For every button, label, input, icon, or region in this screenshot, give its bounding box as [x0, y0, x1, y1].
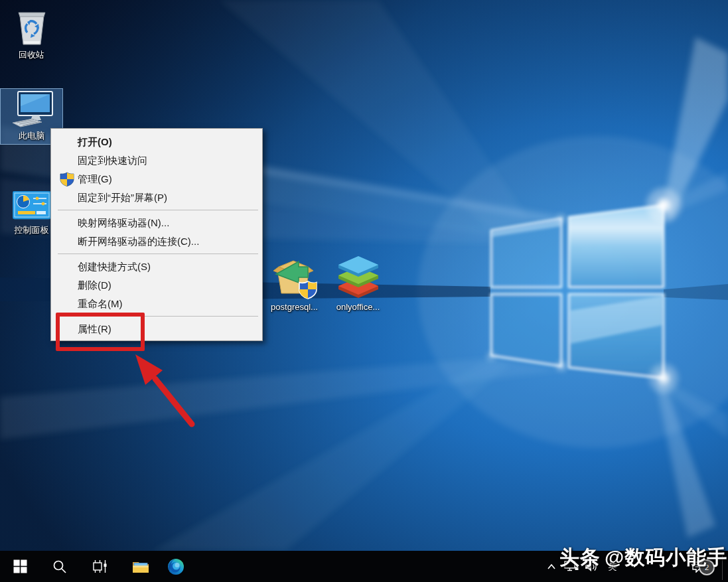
desktop-icon-label: postgresql... [263, 302, 325, 312]
red-box-annotation [56, 313, 145, 351]
tray-network-icon[interactable] [563, 551, 580, 582]
task-view-button[interactable] [85, 551, 115, 582]
tray-ime-indicator[interactable]: 英 [604, 551, 621, 582]
edge-button[interactable] [161, 551, 191, 582]
tray-chevron-up-icon[interactable] [544, 551, 559, 582]
show-desktop-divider[interactable] [722, 553, 723, 580]
recycle-bin-icon [1, 8, 62, 48]
start-button[interactable] [5, 551, 35, 582]
menu-item-manage[interactable]: 管理(G) [51, 170, 262, 188]
menu-item-map-network-drive[interactable]: 映射网络驱动器(N)... [51, 214, 262, 232]
file-explorer-icon [132, 559, 149, 574]
desktop-icon-label: 回收站 [1, 50, 62, 60]
menu-item-pin-to-quick-access[interactable]: 固定到快速访问 [51, 151, 262, 170]
menu-item-create-shortcut[interactable]: 创建快捷方式(S) [51, 257, 262, 276]
search-button[interactable] [44, 551, 75, 582]
edge-icon [167, 558, 184, 575]
taskbar: 英 2023/2/11 [0, 551, 728, 582]
menu-separator [51, 251, 262, 257]
onlyoffice-icon [327, 260, 389, 300]
this-pc-icon [1, 89, 62, 129]
desktop-icon-label: onlyoffice... [327, 302, 389, 312]
file-explorer-button[interactable] [125, 551, 156, 582]
menu-item-disconnect-network-drive[interactable]: 断开网络驱动器的连接(C)... [51, 232, 262, 251]
desktop-icon-postgresql[interactable]: postgresql... [263, 260, 325, 312]
tray-volume-icon[interactable] [583, 551, 600, 582]
menu-item-delete[interactable]: 删除(D) [51, 276, 262, 295]
postgresql-installer-icon [263, 260, 325, 300]
desktop-icon-recycle-bin[interactable]: 回收站 [1, 8, 62, 60]
menu-item-label: 管理(G) [78, 173, 112, 184]
notification-badge: 2 [699, 559, 715, 575]
start-icon [13, 559, 27, 573]
notification-badge-count: 2 [705, 563, 709, 571]
search-icon [52, 559, 67, 574]
menu-item-rename[interactable]: 重命名(M) [51, 295, 262, 313]
task-view-icon [92, 559, 108, 574]
menu-separator [51, 207, 262, 214]
menu-item-open[interactable]: 打开(O) [51, 133, 262, 151]
ime-language-label: 英 [609, 561, 617, 573]
uac-shield-icon [60, 172, 74, 186]
desktop-icon-onlyoffice[interactable]: onlyoffice... [327, 260, 389, 312]
context-menu: 打开(O) 固定到快速访问 管理(G) 固定到“开始”屏幕(P) 映射网络驱动器… [50, 128, 263, 341]
menu-item-pin-to-start[interactable]: 固定到“开始”屏幕(P) [51, 188, 262, 207]
